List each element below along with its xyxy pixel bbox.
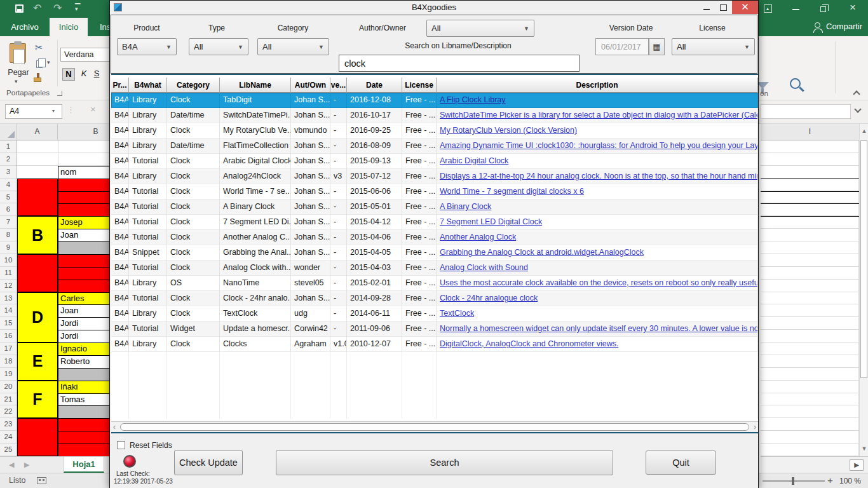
table-row[interactable]: B4ASnippetClockGrabbing the Anal...Johan… xyxy=(111,245,758,261)
select-all-corner[interactable] xyxy=(0,124,17,140)
sheet-row[interactable] xyxy=(761,405,859,418)
description-link[interactable]: A Flip Clock Libray xyxy=(437,93,758,108)
zoom-slider-thumb[interactable] xyxy=(792,477,794,485)
row-header[interactable]: 20 xyxy=(0,381,17,393)
sheet-row[interactable] xyxy=(761,241,859,254)
sheet-row[interactable] xyxy=(761,444,859,456)
vertical-scroll-thumb[interactable] xyxy=(860,140,867,378)
row-header[interactable]: 14 xyxy=(0,304,17,317)
excel-cell[interactable]: Ignacio xyxy=(58,342,109,356)
zoom-in-icon[interactable]: + xyxy=(827,475,833,485)
row-header[interactable]: 16 xyxy=(0,330,17,342)
sheet-tab-hoja1[interactable]: Hoja1 xyxy=(64,457,104,473)
type-select[interactable]: All▼ xyxy=(189,38,248,55)
description-link[interactable]: A Binary Clock xyxy=(437,200,758,215)
sheet-row[interactable] xyxy=(761,342,859,355)
description-link[interactable]: TextClock xyxy=(437,306,758,322)
excel-cell[interactable]: Carles xyxy=(58,292,109,306)
excel-bordered-cell[interactable] xyxy=(761,179,859,192)
row-header[interactable]: 15 xyxy=(0,317,17,330)
sheet-row[interactable] xyxy=(761,330,859,342)
product-select[interactable]: B4A▼ xyxy=(117,38,177,55)
row-header[interactable]: 1 xyxy=(0,140,17,153)
grid-column-header[interactable]: Category xyxy=(167,78,220,93)
collapse-ribbon-icon[interactable] xyxy=(853,90,860,97)
license-select[interactable]: All▼ xyxy=(672,38,755,55)
scroll-down-icon[interactable]: ▼ xyxy=(860,445,868,452)
row-header[interactable]: 18 xyxy=(0,355,17,368)
excel-cell[interactable] xyxy=(58,444,109,456)
description-link[interactable]: Arabic Digital Clock xyxy=(437,154,758,169)
sheet-row[interactable] xyxy=(761,140,859,153)
sheet-row[interactable] xyxy=(761,292,859,305)
reset-fields-checkbox[interactable] xyxy=(117,441,125,449)
column-header-i[interactable]: I xyxy=(761,124,859,140)
description-link[interactable]: My RotaryClub Version (Clock Version) xyxy=(437,123,758,139)
row-header[interactable]: 12 xyxy=(0,280,17,292)
sheet-row[interactable] xyxy=(761,304,859,317)
tab-archivo[interactable]: Archivo xyxy=(5,18,44,36)
table-row[interactable]: B4ALibraryClockTextClockudg-2014-06-11Fr… xyxy=(111,306,758,322)
row-header[interactable]: 24 xyxy=(0,431,17,444)
sheet-row[interactable] xyxy=(17,140,109,153)
row-header[interactable]: 9 xyxy=(0,241,17,254)
excel-bordered-cell[interactable] xyxy=(761,191,859,205)
row-header[interactable]: 13 xyxy=(0,292,17,305)
excel-cell[interactable] xyxy=(58,191,109,205)
table-row[interactable]: B4ATutorialClockWorld Time - 7 se...Joha… xyxy=(111,184,758,200)
row-header[interactable]: 5 xyxy=(0,191,17,204)
description-link[interactable]: World Time - 7 segment digital clocks x … xyxy=(437,184,758,200)
formula-bar[interactable] xyxy=(761,104,851,119)
ribbon-options-icon[interactable]: ▴ xyxy=(764,4,772,13)
excel-cell[interactable] xyxy=(58,280,109,293)
description-link[interactable]: Grabbing the Analog Clock at android.wid… xyxy=(437,245,758,261)
description-link[interactable]: Normally a homescreen widget can only up… xyxy=(437,322,758,337)
dialog-titlebar[interactable]: B4Xgoodies ✕ xyxy=(110,1,758,15)
row-header[interactable]: 11 xyxy=(0,267,17,280)
save-icon[interactable] xyxy=(15,4,24,13)
check-update-button[interactable]: Check Update xyxy=(174,450,243,475)
row-header[interactable]: 23 xyxy=(0,418,17,431)
table-row[interactable]: B4ATutorialClockAnother Analog C...Johan… xyxy=(111,230,758,245)
quit-button[interactable]: Quit xyxy=(646,451,716,475)
excel-cell[interactable] xyxy=(58,179,109,192)
grid-column-header[interactable]: Aut/Own xyxy=(291,78,330,93)
description-link[interactable]: Amazing Dynamic Time UI :clock1030: :hou… xyxy=(437,139,758,154)
grid-column-header[interactable]: ve... xyxy=(330,78,347,93)
description-link[interactable]: Analog Clock with Sound xyxy=(437,261,758,276)
zoom-level[interactable]: 100 % xyxy=(839,477,861,485)
excel-merged-cell[interactable] xyxy=(17,418,58,456)
table-row[interactable]: B4ATutorialClockA Binary ClockJohan S...… xyxy=(111,200,758,215)
sheet-row[interactable] xyxy=(761,393,859,406)
excel-bordered-cell[interactable] xyxy=(761,203,859,217)
clipboard-dialog-launcher-icon[interactable] xyxy=(57,91,62,96)
sheet-row[interactable] xyxy=(761,216,859,229)
underline-button[interactable]: S xyxy=(92,68,102,81)
copy-caret-icon[interactable]: ▾ xyxy=(47,59,50,65)
row-header[interactable]: 22 xyxy=(0,405,17,418)
bold-button[interactable]: N xyxy=(62,68,75,81)
excel-merged-cell[interactable]: E xyxy=(17,342,58,381)
paste-caret-icon[interactable]: ▾ xyxy=(15,78,18,85)
excel-cell[interactable] xyxy=(58,368,109,381)
row-header[interactable]: 4 xyxy=(0,179,17,191)
sheet-row[interactable] xyxy=(761,431,859,444)
name-box-caret-icon[interactable]: ▾ xyxy=(52,108,55,114)
excel-merged-cell[interactable]: B xyxy=(17,216,58,254)
version-date-field[interactable]: 06/01/2017 xyxy=(595,38,649,55)
table-row[interactable]: B4ALibraryClockMy RotaryClub Ve...vbmund… xyxy=(111,123,758,139)
table-row[interactable]: B4ALibraryClockAnalog24hClockJohan S...v… xyxy=(111,169,758,184)
excel-cell[interactable] xyxy=(58,203,109,217)
grid-column-header[interactable]: LibName xyxy=(220,78,291,93)
grid-column-header[interactable]: Pr... xyxy=(111,78,129,93)
table-row[interactable]: B4ATutorialClockClock - 24hr analo...Joh… xyxy=(111,291,758,306)
row-header[interactable]: 7 xyxy=(0,216,17,229)
description-link[interactable]: Another Analog Clock xyxy=(437,230,758,245)
find-select-icon[interactable] xyxy=(790,78,801,89)
sheet-grid-right[interactable] xyxy=(761,140,859,456)
scroll-up-icon[interactable]: ▲ xyxy=(860,128,868,134)
table-row[interactable]: B4ATutorialClockAnalog Clock with...wond… xyxy=(111,261,758,276)
sheet-row[interactable] xyxy=(761,280,859,292)
sheet-row[interactable] xyxy=(761,418,859,431)
excel-close-icon[interactable]: × xyxy=(850,1,856,14)
